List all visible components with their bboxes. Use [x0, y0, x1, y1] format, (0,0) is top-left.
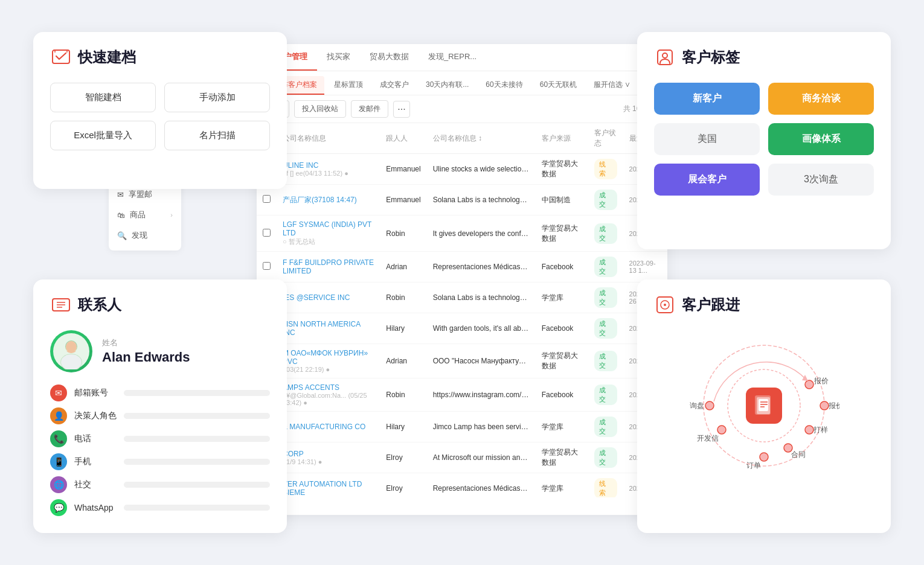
smart-archive-btn[interactable]: 智能建档 — [50, 83, 156, 112]
table-actions: 选 投入回收站 发邮件 ··· 共 1650 条 — [257, 95, 667, 123]
row-status: 成交 — [588, 378, 623, 412]
table-row[interactable]: VER AUTOMATION LTD SIEME Elroy Represent… — [257, 473, 667, 498]
expo-customer-tag[interactable]: 展会客户 — [654, 164, 760, 196]
row-company: AMPS ACCENTS ¥¥@Global.com:Na... (05/25 … — [277, 378, 380, 412]
row-owner: Emmanuel — [380, 185, 426, 215]
quick-archive-buttons: 智能建档 手动添加 Excel批量导入 名片扫描 — [50, 83, 270, 150]
table-row[interactable]: 产品厂家(37108 14:47) Emmanuel Solana Labs i… — [257, 185, 667, 215]
row-status: 成交 — [588, 215, 623, 252]
social-value-bar — [124, 482, 270, 488]
table-row[interactable]: LGF SYSMAC (INDIA) PVT LTD ○ 暂无总站 Robin … — [257, 215, 667, 252]
field-row-social: 🌐 社交 — [50, 476, 270, 493]
svg-point-24 — [760, 453, 768, 461]
row-date: 2023-09-13 1... — [623, 252, 667, 282]
th-source: 客户来源 — [536, 123, 589, 154]
followup-circle-diagram: 报价 报价跟进 打样 合同 订单 开发信 询盘 — [688, 330, 839, 481]
row-source: 学堂贸易大数据 — [536, 154, 589, 185]
svg-text:询盘: 询盘 — [690, 401, 704, 410]
row-company: & MANUFACTURING CO — [277, 412, 380, 442]
table-row[interactable]: IES @SERVICE INC Robin Solana Labs is a … — [257, 282, 667, 313]
sub-tab-60days-no-reception[interactable]: 60天未接待 — [478, 76, 530, 95]
svg-text:打样: 打样 — [813, 426, 828, 434]
customer-tag-card: 客户标签 新客户 商务洽谈 美国 画像体系 展会客户 3次询盘 — [637, 32, 891, 249]
row-source: 学堂贸易大数据 — [536, 442, 589, 473]
business-card-btn[interactable]: 名片扫描 — [164, 121, 270, 150]
row-checkbox[interactable] — [257, 215, 277, 252]
tab-find-buyer[interactable]: 找买家 — [317, 44, 360, 71]
table-row[interactable]: & MANUFACTURING CO Hilary Jimco Lamp has… — [257, 412, 667, 442]
row-status: 成交 — [588, 282, 623, 313]
table-row[interactable]: ULINE INC ¥f [] ee(04/13 11:52) ● Emmanu… — [257, 154, 667, 185]
row-source: 学堂贸易大数据 — [536, 215, 589, 252]
tag-row-1: 新客户 商务洽谈 — [654, 83, 874, 115]
business-negotiation-tag[interactable]: 商务洽谈 — [768, 83, 874, 115]
contact-name-block: 姓名 Alan Edwards — [102, 337, 190, 365]
quick-archive-title-text: 快速建档 — [78, 48, 136, 67]
portrait-system-tag[interactable]: 画像体系 — [768, 123, 874, 155]
quick-archive-title: 快速建档 — [50, 46, 270, 68]
row-desc: Solana Labs is a technology co... — [427, 185, 536, 215]
sub-tab-deal[interactable]: 成交客户 — [373, 76, 416, 95]
row-company: F F&F BUILDPRO PRIVATE LIMITED — [277, 252, 380, 282]
table-row[interactable]: AMPS ACCENTS ¥¥@Global.com:Na... (05/25 … — [257, 378, 667, 412]
table-row[interactable]: CORP ¥1/9 14:31) ● Elroy At Microsoft ou… — [257, 442, 667, 473]
followup-icon — [654, 294, 676, 316]
row-desc: ООО "Насосн Мануфактурир... — [427, 344, 536, 378]
manual-add-btn[interactable]: 手动添加 — [164, 83, 270, 112]
social-icon: 🌐 — [50, 476, 67, 493]
row-desc: Solana Labs is a technology co... — [427, 282, 536, 313]
row-owner: Robin — [380, 378, 426, 412]
sub-tab-30days[interactable]: 30天内有联... — [419, 76, 476, 95]
quick-archive-icon — [50, 46, 72, 68]
tab-trade-bigdata[interactable]: 贸易大数据 — [360, 44, 419, 71]
svg-point-22 — [805, 426, 813, 434]
table-row[interactable]: F F&F BUILDPRO PRIVATE LIMITED Adrian Re… — [257, 252, 667, 282]
sub-tab-star-top[interactable]: 星标置顶 — [327, 76, 370, 95]
row-desc: https://www.instagram.com/el... — [427, 378, 536, 412]
row-owner: Emmanuel — [380, 154, 426, 185]
quick-archive-card: 快速建档 智能建档 手动添加 Excel批量导入 名片扫描 — [33, 32, 287, 189]
sub-tab-60days-no-machine[interactable]: 60天无联机 — [533, 76, 584, 95]
sidebar-item-discover[interactable]: 🔍 发现 — [109, 225, 181, 246]
customer-tag-title: 客户标签 — [654, 46, 874, 68]
row-desc: It gives developers the confide... — [427, 215, 536, 252]
row-checkbox[interactable] — [257, 185, 277, 215]
table-row[interactable]: М ОАО«МФОК НУВРИH» PVC ¥03(21 22:19) ● A… — [257, 344, 667, 378]
mail-icon-sidebar: ✉ — [117, 190, 124, 199]
field-row-role: 👤 决策人角色 — [50, 407, 270, 424]
contact-card: 联系人 姓名 Alan Edwards — [33, 279, 287, 533]
phone-value-bar — [124, 436, 270, 442]
customer-tag-title-text: 客户标签 — [682, 48, 740, 67]
phone-icon: 📞 — [50, 430, 67, 447]
row-source: Facebook — [536, 378, 589, 412]
row-owner: Robin — [380, 282, 426, 313]
contact-title: 联系人 — [50, 294, 270, 316]
svg-text:报价: 报价 — [813, 377, 829, 385]
row-status: 成交 — [588, 412, 623, 442]
whatsapp-icon: 💬 — [50, 499, 67, 516]
field-row-phone: 📞 电话 — [50, 430, 270, 447]
row-source: 学堂库 — [536, 282, 589, 313]
svg-point-20 — [805, 380, 813, 389]
tab-discover[interactable]: 发现_REPR... — [419, 44, 486, 71]
new-customer-tag[interactable]: 新客户 — [654, 83, 760, 115]
row-owner: Hilary — [380, 412, 426, 442]
row-source: 学堂库 — [536, 412, 589, 442]
excel-import-btn[interactable]: Excel批量导入 — [50, 121, 156, 150]
more-actions-btn[interactable]: ··· — [393, 101, 410, 118]
row-checkbox[interactable] — [257, 252, 277, 282]
recycle-btn[interactable]: 投入回收站 — [294, 100, 346, 118]
sub-tabs: 开布客户档案 星标置顶 成交客户 30天内有联... 60天未接待 60天无联机… — [257, 71, 667, 95]
table-row[interactable]: JISN NORTH AMERICA INC Hilary With garde… — [257, 313, 667, 344]
sidebar-item-product[interactable]: 🛍 商品 › — [109, 205, 181, 225]
send-email-btn[interactable]: 发邮件 — [351, 100, 388, 118]
inquiry-count-tag[interactable]: 3次询盘 — [768, 164, 874, 196]
usa-tag[interactable]: 美国 — [654, 123, 760, 155]
row-desc: Jimco Lamp has been serving t... — [427, 412, 536, 442]
svg-point-26 — [705, 401, 714, 410]
table-scroll-container[interactable]: 公司名称信息 跟人人 公司名称信息 ↕ 客户来源 客户状态 最近 ULINE I… — [257, 123, 667, 497]
row-status: 成交 — [588, 313, 623, 344]
row-company: JISN NORTH AMERICA INC — [277, 313, 380, 344]
customer-table: 公司名称信息 跟人人 公司名称信息 ↕ 客户来源 客户状态 最近 ULINE I… — [257, 123, 667, 497]
sub-tab-more[interactable]: 服开信选 ∨ — [586, 76, 638, 95]
